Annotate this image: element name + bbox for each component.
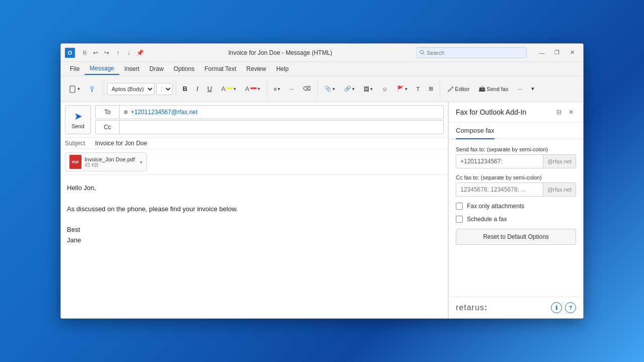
send-fax-ribbon-btn[interactable]: 📠 Send fax (475, 80, 512, 98)
highlight-btn[interactable]: A ▾ (217, 80, 239, 98)
show-fields-btn[interactable]: ⊞ (425, 80, 437, 98)
outlook-window: O ⎘ ↩ ↪ ↑ ↓ 📌 Invoice for Jon Doe - Mess… (60, 43, 584, 319)
menu-options[interactable]: Options (169, 63, 199, 74)
fax-body: Send fax to: (separate by semi-colon) @r… (449, 139, 583, 297)
pdf-icon: PDF (69, 155, 82, 169)
more-options-btn[interactable]: ··· (514, 80, 525, 98)
send-label: Send (71, 123, 85, 129)
ribbon-separator-4 (317, 81, 318, 97)
font-color-btn[interactable]: A ▾ (242, 80, 264, 98)
close-btn[interactable]: ✕ (565, 47, 579, 58)
underline-btn[interactable]: U (204, 80, 215, 98)
svg-line-1 (423, 53, 424, 54)
subject-value[interactable]: Invoice for Jon Doe (95, 140, 147, 147)
pin-btn[interactable]: 📌 (135, 48, 144, 57)
attachment-item[interactable]: PDF Invoice_Jon Doe.pdf 43 KB ▾ (65, 152, 147, 171)
fax-panel-close-btn[interactable]: ✕ (566, 107, 576, 117)
ribbon-separator-2 (176, 81, 176, 97)
menu-insert[interactable]: Insert (119, 63, 144, 74)
search-input[interactable] (427, 50, 523, 56)
emoji-btn[interactable]: ☺ (378, 80, 391, 98)
italic-btn[interactable]: I (193, 80, 202, 98)
schedule-fax-row[interactable]: Schedule a fax (456, 216, 576, 223)
fax-send-to-group: Send fax to: (separate by semi-colon) @r… (456, 146, 576, 168)
bullets-btn[interactable]: ≡ ▾ (270, 80, 284, 98)
fax-panel-title: Fax for Outlook Add-In (456, 108, 526, 116)
paste-btn[interactable]: ▾ (65, 80, 84, 98)
title-bar: O ⎘ ↩ ↪ ↑ ↓ 📌 Invoice for Jon Doe - Mess… (61, 44, 583, 62)
fax-send-to-label: Send fax to: (separate by semi-colon) (456, 146, 576, 152)
body-greeting: Hello Jon, (67, 183, 442, 194)
fax-only-attachments-checkbox[interactable] (456, 203, 463, 210)
fax-tab-row: Compose fax (449, 123, 583, 139)
font-size-select[interactable]: 11 (156, 83, 173, 95)
fax-panel-header: Fax for Outlook Add-In ⊟ ✕ (449, 102, 583, 123)
new-items-btn[interactable]: ⎘ (80, 48, 89, 57)
ribbon-separator-3 (267, 81, 267, 97)
fax-panel-minimize-btn[interactable]: ⊟ (554, 107, 564, 117)
format-painter-btn[interactable] (86, 80, 101, 98)
teams-btn[interactable]: T (413, 80, 424, 98)
editor-btn[interactable]: Editor (443, 80, 473, 98)
body-closing: Best (67, 225, 442, 235)
ribbon-separator-5 (440, 81, 440, 97)
search-bar[interactable] (416, 47, 527, 58)
link-btn[interactable]: 🔗 ▾ (341, 80, 358, 98)
fax-footer: retarus: ℹ ? (449, 297, 583, 318)
minimize-btn[interactable]: — (535, 47, 549, 58)
font-name-select[interactable]: Aptos (Body) (107, 83, 154, 95)
format-clear-btn[interactable]: ⌫ (299, 80, 314, 98)
recipient-dot (124, 110, 128, 114)
fax-panel-controls: ⊟ ✕ (554, 107, 576, 117)
attach-btn[interactable]: 📎 ▾ (321, 80, 339, 98)
email-body[interactable]: Hello Jon, As discussed on the phone, pl… (61, 175, 448, 318)
fax-cc-to-group: Cc fax to: (separate by semi-colon) @rfa… (456, 174, 576, 197)
prev-item-btn[interactable]: ↑ (113, 48, 122, 57)
schedule-fax-checkbox[interactable] (456, 216, 463, 223)
fax-cc-to-input-row: @rfax.net (456, 183, 576, 197)
fax-send-to-suffix: @rfax.net (543, 155, 576, 168)
main-content: ➤ Send To +12011234567@rfax.net Cc (61, 102, 583, 318)
ribbon-separator-1 (104, 81, 104, 97)
body-signature: Jane (67, 235, 442, 246)
search-icon (420, 50, 425, 55)
expand-ribbon-btn[interactable]: ▾ (528, 80, 538, 98)
picture-btn[interactable]: 🖼 ▾ (360, 80, 376, 98)
fax-send-to-input[interactable] (456, 155, 543, 168)
schedule-fax-label: Schedule a fax (467, 216, 507, 223)
menu-review[interactable]: Review (242, 63, 271, 74)
title-bar-left: O ⎘ ↩ ↪ ↑ ↓ 📌 (65, 48, 144, 58)
to-row: To +12011234567@rfax.net (95, 105, 444, 119)
more-formatting-btn[interactable]: ··· (286, 80, 297, 98)
cc-label[interactable]: Cc (96, 121, 120, 134)
menu-bar: File Message Insert Draw Options Format … (61, 62, 583, 76)
send-button[interactable]: ➤ Send (65, 105, 91, 134)
fax-cc-to-input[interactable] (456, 183, 543, 196)
flag-btn[interactable]: 🚩 ▾ (393, 80, 411, 98)
fax-tab-compose[interactable]: Compose fax (456, 123, 495, 139)
restore-btn[interactable]: ❐ (550, 47, 564, 58)
svg-rect-4 (90, 86, 94, 89)
subject-label: Subject (65, 140, 95, 147)
menu-help[interactable]: Help (271, 63, 294, 74)
fax-only-attachments-label: Fax only attachments (467, 203, 524, 210)
fax-only-attachments-row[interactable]: Fax only attachments (456, 203, 576, 210)
fax-cc-to-label: Cc fax to: (separate by semi-colon) (456, 174, 576, 180)
menu-file[interactable]: File (65, 63, 85, 74)
fax-info-btn[interactable]: ℹ (551, 302, 562, 313)
redo-btn[interactable]: ↪ (102, 48, 111, 57)
window-controls: — ❐ ✕ (535, 47, 579, 58)
menu-format-text[interactable]: Format Text (199, 63, 241, 74)
to-label[interactable]: To (96, 106, 120, 119)
fax-help-btn[interactable]: ? (565, 302, 576, 313)
to-input[interactable]: +12011234567@rfax.net (120, 109, 443, 116)
bold-btn[interactable]: B (179, 80, 191, 98)
svg-point-0 (420, 50, 424, 54)
send-icon: ➤ (74, 110, 83, 122)
menu-message[interactable]: Message (85, 63, 119, 75)
undo-btn[interactable]: ↩ (91, 48, 100, 57)
reset-default-options-btn[interactable]: Reset to Default Options (456, 229, 576, 245)
send-row: ➤ Send To +12011234567@rfax.net Cc (61, 102, 448, 138)
menu-draw[interactable]: Draw (144, 63, 169, 74)
next-item-btn[interactable]: ↓ (124, 48, 133, 57)
